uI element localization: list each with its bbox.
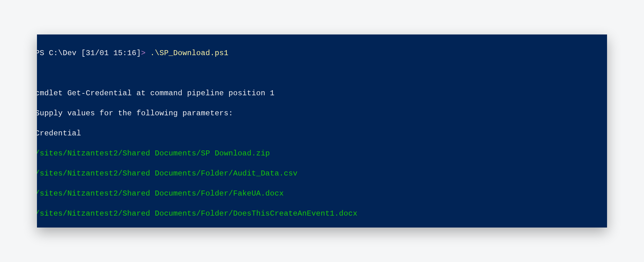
terminal-output: PS C:\Dev [31/01 15:16]> .\SP_Download.p…	[37, 38, 607, 228]
prompt-path: PS C:\Dev [31/01 15:16]	[37, 49, 141, 57]
prompt-arrow: >	[141, 49, 146, 57]
output-line: Supply values for the following paramete…	[37, 109, 233, 118]
output-line: cmdlet Get-Credential at command pipelin…	[37, 89, 275, 97]
powershell-terminal[interactable]: PS C:\Dev [31/01 15:16]> .\SP_Download.p…	[37, 34, 607, 228]
output-line: Credential	[37, 129, 81, 138]
file-path: /sites/Nitzantest2/Shared Documents/Fold…	[37, 209, 357, 218]
file-path: /sites/Nitzantest2/Shared Documents/SP D…	[37, 149, 270, 158]
file-path: /sites/Nitzantest2/Shared Documents/Fold…	[37, 189, 284, 198]
file-path: /sites/Nitzantest2/Shared Documents/Fold…	[37, 169, 298, 178]
command-text: .\SP_Download.ps1	[146, 49, 229, 57]
